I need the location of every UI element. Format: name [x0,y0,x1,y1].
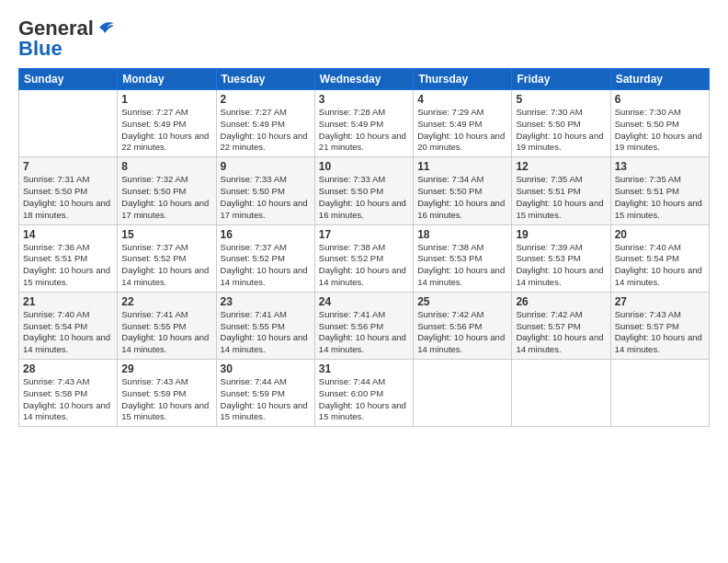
day-info: Sunrise: 7:38 AM Sunset: 5:53 PM Dayligh… [417,242,507,289]
calendar-cell: 14Sunrise: 7:36 AM Sunset: 5:51 PM Dayli… [19,224,118,292]
day-number: 3 [319,93,409,106]
calendar-header-row: SundayMondayTuesdayWednesdayThursdayFrid… [19,69,710,90]
calendar-col-header: Thursday [414,69,512,90]
day-number: 10 [319,160,409,173]
logo-bird-icon [96,18,116,35]
calendar-col-header: Tuesday [216,69,314,90]
calendar-cell: 5Sunrise: 7:30 AM Sunset: 5:50 PM Daylig… [512,90,610,157]
logo-blue: Blue [18,37,63,61]
day-info: Sunrise: 7:35 AM Sunset: 5:51 PM Dayligh… [615,174,705,221]
calendar-cell: 16Sunrise: 7:37 AM Sunset: 5:52 PM Dayli… [216,224,314,292]
header: General Blue [18,17,710,61]
day-info: Sunrise: 7:41 AM Sunset: 5:55 PM Dayligh… [221,309,311,356]
day-number: 13 [615,160,705,173]
calendar-col-header: Sunday [19,69,118,90]
day-info: Sunrise: 7:39 AM Sunset: 5:53 PM Dayligh… [516,242,606,289]
day-info: Sunrise: 7:31 AM Sunset: 5:50 PM Dayligh… [23,174,113,221]
day-number: 24 [319,295,409,308]
day-info: Sunrise: 7:30 AM Sunset: 5:50 PM Dayligh… [516,107,606,154]
day-number: 2 [221,93,311,106]
day-info: Sunrise: 7:41 AM Sunset: 5:56 PM Dayligh… [319,309,409,356]
day-info: Sunrise: 7:41 AM Sunset: 5:55 PM Dayligh… [121,309,211,356]
day-number: 28 [23,362,113,375]
logo: General Blue [18,17,116,61]
calendar-cell: 23Sunrise: 7:41 AM Sunset: 5:55 PM Dayli… [216,292,314,359]
day-number: 17 [319,228,409,241]
calendar-table: SundayMondayTuesdayWednesdayThursdayFrid… [18,68,710,427]
day-info: Sunrise: 7:43 AM Sunset: 5:59 PM Dayligh… [121,376,211,423]
day-number: 1 [121,93,211,106]
calendar-cell: 21Sunrise: 7:40 AM Sunset: 5:54 PM Dayli… [19,292,118,359]
day-number: 30 [221,362,311,375]
calendar-cell [19,90,118,157]
page: General Blue SundayMondayTuesdayWednesda… [0,0,728,563]
day-number: 18 [417,228,507,241]
calendar-week-row: 7Sunrise: 7:31 AM Sunset: 5:50 PM Daylig… [19,157,710,224]
day-info: Sunrise: 7:44 AM Sunset: 6:00 PM Dayligh… [319,376,409,423]
day-info: Sunrise: 7:40 AM Sunset: 5:54 PM Dayligh… [23,309,113,356]
day-number: 8 [121,160,211,173]
calendar-cell: 26Sunrise: 7:42 AM Sunset: 5:57 PM Dayli… [512,292,610,359]
day-info: Sunrise: 7:43 AM Sunset: 5:57 PM Dayligh… [615,309,705,356]
calendar-cell: 4Sunrise: 7:29 AM Sunset: 5:49 PM Daylig… [414,90,512,157]
day-info: Sunrise: 7:29 AM Sunset: 5:49 PM Dayligh… [417,107,507,154]
day-number: 5 [516,93,606,106]
day-number: 4 [417,93,507,106]
calendar-cell: 12Sunrise: 7:35 AM Sunset: 5:51 PM Dayli… [512,157,610,224]
calendar-week-row: 14Sunrise: 7:36 AM Sunset: 5:51 PM Dayli… [19,224,710,292]
day-number: 14 [23,228,113,241]
calendar-cell: 19Sunrise: 7:39 AM Sunset: 5:53 PM Dayli… [512,224,610,292]
day-info: Sunrise: 7:34 AM Sunset: 5:50 PM Dayligh… [417,174,507,221]
calendar-cell: 25Sunrise: 7:42 AM Sunset: 5:56 PM Dayli… [414,292,512,359]
calendar-cell: 2Sunrise: 7:27 AM Sunset: 5:49 PM Daylig… [216,90,314,157]
day-info: Sunrise: 7:35 AM Sunset: 5:51 PM Dayligh… [516,174,606,221]
day-number: 26 [516,295,606,308]
calendar-cell: 31Sunrise: 7:44 AM Sunset: 6:00 PM Dayli… [314,360,413,427]
calendar-cell: 17Sunrise: 7:38 AM Sunset: 5:52 PM Dayli… [314,224,413,292]
calendar-cell: 24Sunrise: 7:41 AM Sunset: 5:56 PM Dayli… [314,292,413,359]
day-info: Sunrise: 7:37 AM Sunset: 5:52 PM Dayligh… [121,242,211,289]
calendar-col-header: Monday [118,69,216,90]
day-number: 23 [221,295,311,308]
calendar-cell: 22Sunrise: 7:41 AM Sunset: 5:55 PM Dayli… [118,292,216,359]
calendar-cell: 27Sunrise: 7:43 AM Sunset: 5:57 PM Dayli… [610,292,709,359]
day-info: Sunrise: 7:27 AM Sunset: 5:49 PM Dayligh… [121,107,211,154]
calendar-cell [610,360,709,427]
calendar-week-row: 1Sunrise: 7:27 AM Sunset: 5:49 PM Daylig… [19,90,710,157]
day-number: 6 [615,93,705,106]
calendar-cell: 18Sunrise: 7:38 AM Sunset: 5:53 PM Dayli… [414,224,512,292]
day-info: Sunrise: 7:30 AM Sunset: 5:50 PM Dayligh… [615,107,705,154]
day-number: 21 [23,295,113,308]
calendar-cell: 9Sunrise: 7:33 AM Sunset: 5:50 PM Daylig… [216,157,314,224]
calendar-col-header: Friday [512,69,610,90]
day-number: 20 [615,228,705,241]
calendar-cell: 3Sunrise: 7:28 AM Sunset: 5:49 PM Daylig… [314,90,413,157]
calendar-cell: 20Sunrise: 7:40 AM Sunset: 5:54 PM Dayli… [610,224,709,292]
day-info: Sunrise: 7:42 AM Sunset: 5:56 PM Dayligh… [417,309,507,356]
calendar-cell: 7Sunrise: 7:31 AM Sunset: 5:50 PM Daylig… [19,157,118,224]
day-number: 31 [319,362,409,375]
calendar-cell: 10Sunrise: 7:33 AM Sunset: 5:50 PM Dayli… [314,157,413,224]
day-info: Sunrise: 7:42 AM Sunset: 5:57 PM Dayligh… [516,309,606,356]
day-info: Sunrise: 7:38 AM Sunset: 5:52 PM Dayligh… [319,242,409,289]
day-info: Sunrise: 7:37 AM Sunset: 5:52 PM Dayligh… [221,242,311,289]
day-info: Sunrise: 7:28 AM Sunset: 5:49 PM Dayligh… [319,107,409,154]
day-info: Sunrise: 7:33 AM Sunset: 5:50 PM Dayligh… [319,174,409,221]
day-number: 12 [516,160,606,173]
day-info: Sunrise: 7:36 AM Sunset: 5:51 PM Dayligh… [23,242,113,289]
calendar-cell: 13Sunrise: 7:35 AM Sunset: 5:51 PM Dayli… [610,157,709,224]
calendar-cell [512,360,610,427]
day-number: 29 [121,362,211,375]
day-number: 19 [516,228,606,241]
day-info: Sunrise: 7:32 AM Sunset: 5:50 PM Dayligh… [121,174,211,221]
day-number: 9 [221,160,311,173]
calendar-body: 1Sunrise: 7:27 AM Sunset: 5:49 PM Daylig… [19,90,710,427]
calendar-cell: 28Sunrise: 7:43 AM Sunset: 5:58 PM Dayli… [19,360,118,427]
calendar-col-header: Wednesday [314,69,413,90]
calendar-cell [414,360,512,427]
calendar-cell: 11Sunrise: 7:34 AM Sunset: 5:50 PM Dayli… [414,157,512,224]
calendar-cell: 30Sunrise: 7:44 AM Sunset: 5:59 PM Dayli… [216,360,314,427]
day-number: 15 [121,228,211,241]
day-info: Sunrise: 7:43 AM Sunset: 5:58 PM Dayligh… [23,376,113,423]
calendar-cell: 29Sunrise: 7:43 AM Sunset: 5:59 PM Dayli… [118,360,216,427]
